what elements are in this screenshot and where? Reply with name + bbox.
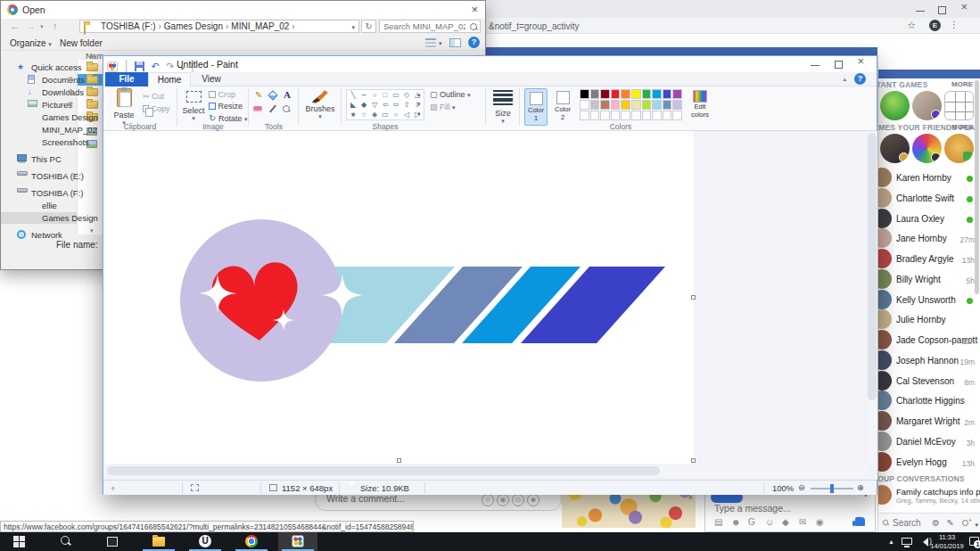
palette-empty-swatch[interactable] xyxy=(590,111,600,120)
resize-button[interactable]: Resize xyxy=(209,102,243,111)
shape-tool-icon[interactable]: ◈ xyxy=(369,110,380,119)
undo-icon[interactable]: ↶ xyxy=(152,61,160,71)
help-icon[interactable]: ? xyxy=(468,37,480,48)
shapes-scroll-up-icon[interactable]: ▴ xyxy=(417,91,421,98)
color-picker-tool-icon[interactable] xyxy=(269,105,276,113)
new-group-icon[interactable] xyxy=(962,520,968,526)
emoji-icon[interactable]: ☺ xyxy=(482,494,494,506)
redo-icon[interactable]: ↷ xyxy=(166,61,174,71)
chat-search-input[interactable] xyxy=(893,518,928,528)
palette-color-swatch[interactable] xyxy=(590,100,600,110)
chrome-profile-avatar[interactable]: E xyxy=(929,20,941,31)
paint-minimize-button[interactable] xyxy=(811,65,819,66)
sidebar-item-pictures[interactable]: Pictures xyxy=(1,99,77,111)
horizontal-scrollbar[interactable] xyxy=(105,465,867,476)
puzzle-game-icon[interactable] xyxy=(944,134,974,163)
sidebar-item-quick-access[interactable]: ★Quick access xyxy=(1,62,77,73)
scroll-up-icon[interactable]: ▴ xyxy=(90,52,94,59)
friend-item-charlotte-swift[interactable]: Charlotte Swift xyxy=(878,188,980,208)
palette-color-swatch[interactable] xyxy=(642,89,652,99)
paint-canvas[interactable] xyxy=(105,131,694,464)
shapes-expand-icon[interactable]: ▾ xyxy=(417,111,421,118)
friend-item-evelyn-hogg[interactable]: Evelyn Hogg13h xyxy=(878,452,980,472)
zoom-out-icon[interactable]: ⊖ xyxy=(798,482,805,492)
palette-empty-swatch[interactable] xyxy=(631,111,641,120)
friend-item-jane-hornby[interactable]: Jane Hornby27m xyxy=(878,228,980,248)
palette-color-swatch[interactable] xyxy=(580,100,589,110)
zoom-slider-thumb[interactable] xyxy=(830,484,834,493)
shape-tool-icon[interactable]: ▭ xyxy=(391,90,401,100)
palette-empty-swatch[interactable] xyxy=(621,111,630,120)
edit-colors-button[interactable]: Editcolors xyxy=(687,88,713,126)
paint-help-icon[interactable]: ? xyxy=(854,73,866,85)
palette-color-swatch[interactable] xyxy=(580,89,589,99)
paint-close-button[interactable]: × xyxy=(857,58,864,65)
palette-color-swatch[interactable] xyxy=(611,89,621,99)
select-button[interactable]: Select ▾ xyxy=(182,88,205,122)
sidebar-item-games-design[interactable]: Games Design xyxy=(1,111,77,123)
gear-icon[interactable]: ⚙ xyxy=(932,518,940,528)
fill-tool-icon[interactable] xyxy=(268,90,277,100)
palette-color-swatch[interactable] xyxy=(663,100,672,110)
shape-tool-icon[interactable]: ▭ xyxy=(380,110,391,119)
friend-item-cal-stevenson[interactable]: Cal Stevenson8m xyxy=(878,371,980,391)
breadcrumb-segment[interactable]: MINI_MAP_02 xyxy=(228,21,292,33)
size-button[interactable]: Size ▾ xyxy=(490,89,515,125)
dialog-search-box[interactable] xyxy=(379,20,481,33)
palette-empty-swatch[interactable] xyxy=(580,111,589,120)
breadcrumb-segment[interactable]: TOSHIBA (F:) xyxy=(98,21,159,33)
copy-button[interactable]: Copy xyxy=(143,104,170,113)
network-icon[interactable] xyxy=(902,538,912,545)
bookmark-star-icon[interactable]: ☆ xyxy=(907,20,916,31)
shape-tool-icon[interactable]: ☆ xyxy=(358,110,369,119)
gif-icon[interactable]: G xyxy=(748,517,755,527)
friend-item-bradley-argyle[interactable]: Bradley Argyle13h xyxy=(878,249,980,268)
sidebar-item-screenshots[interactable]: Screenshots xyxy=(1,136,77,148)
sidebar-item-mini-map-02[interactable]: MINI_MAP_02 xyxy=(1,124,77,136)
sidebar-item-downloads[interactable]: ↓Downloads xyxy=(1,86,77,98)
start-button[interactable] xyxy=(0,532,39,551)
shape-tool-icon[interactable]: ▽ xyxy=(369,100,380,110)
friend-item-charlotte-higgins[interactable]: Charlotte Higgins xyxy=(878,391,980,410)
sidebar-item-this-pc[interactable]: This PC xyxy=(1,153,77,165)
text-tool-icon[interactable]: A xyxy=(284,89,291,100)
friend-item-jade-copson-parrott[interactable]: Jade Copson-parrott12h xyxy=(878,330,980,350)
zoom-in-icon[interactable]: ⊕ xyxy=(857,482,864,492)
fill-button[interactable]: ▨ Fill ▾ xyxy=(430,103,456,111)
view-tiles-icon[interactable] xyxy=(425,38,436,47)
palette-color-swatch[interactable] xyxy=(621,100,630,110)
group-conversation-item[interactable]: Family catchups info photo... Greg, Tamm… xyxy=(878,485,980,506)
rainbow-game-icon[interactable] xyxy=(912,134,942,163)
group-chat-title[interactable]: Family catchups info photo... xyxy=(896,487,980,497)
palette-color-swatch[interactable] xyxy=(672,89,682,99)
organize-button[interactable]: Organize ▾ xyxy=(10,38,52,48)
friend-item-joseph-hannon[interactable]: Joseph Hannon19m xyxy=(878,350,980,370)
friend-item-billy-wright[interactable]: Billy Wright5h xyxy=(878,269,980,289)
file-list-item[interactable] xyxy=(78,99,104,111)
palette-color-swatch[interactable] xyxy=(652,100,662,110)
collapse-icon[interactable]: ▾ xyxy=(975,522,978,529)
palette-empty-swatch[interactable] xyxy=(652,111,662,120)
shapes-scroll-down-icon[interactable]: ▾ xyxy=(417,101,421,108)
shape-tool-icon[interactable]: ⇦ xyxy=(380,100,391,110)
history-dropdown-icon[interactable]: ▾ xyxy=(40,23,44,30)
shape-tool-icon[interactable]: ╲ xyxy=(348,90,358,100)
sudoku-game-icon[interactable] xyxy=(944,91,974,120)
search-icon[interactable] xyxy=(469,22,478,31)
sidebar-item-toshiba-f-[interactable]: TOSHIBA (F:) xyxy=(1,187,77,199)
palette-empty-swatch[interactable] xyxy=(672,111,682,120)
address-url-fragment[interactable]: &notif_t=group_activity xyxy=(489,21,579,31)
paint-taskbar-button[interactable] xyxy=(278,532,317,551)
color2-button[interactable]: Color2 xyxy=(551,88,574,126)
sidebar-item-ellie[interactable]: ellie xyxy=(1,200,77,211)
preview-pane-icon[interactable] xyxy=(449,38,461,47)
canvas-resize-handle-bottom[interactable] xyxy=(397,458,401,463)
tab-view[interactable]: View xyxy=(191,72,232,86)
palette-color-swatch[interactable] xyxy=(621,89,630,99)
palette-color-swatch[interactable] xyxy=(611,100,621,110)
sticker-icon[interactable]: ☻ xyxy=(527,494,539,506)
dialog-close-icon[interactable]: × xyxy=(471,3,478,16)
vertical-scrollbar[interactable] xyxy=(867,131,877,464)
attachment-icon[interactable]: ✉ xyxy=(799,517,806,527)
save-icon[interactable] xyxy=(135,62,144,71)
